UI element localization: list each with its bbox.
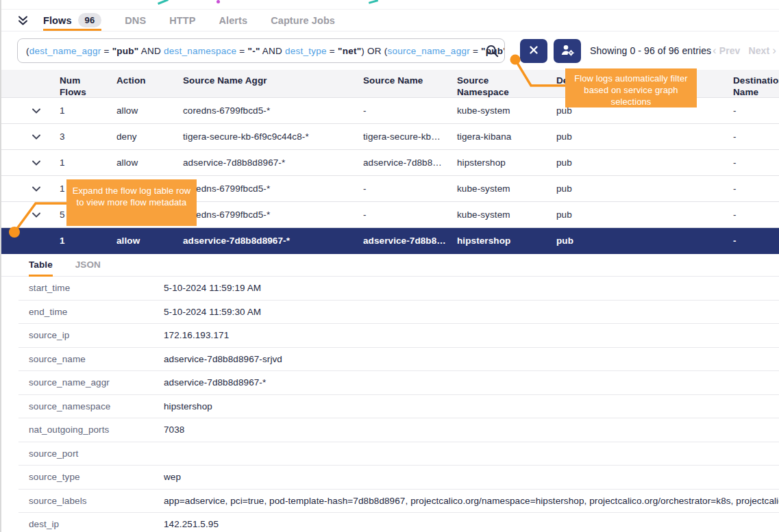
- query-segment: AND: [260, 46, 286, 56]
- flow-cell: adservice-7d8b8d8967-*: [181, 157, 361, 168]
- detail-key: dest_ip: [29, 519, 164, 529]
- tab-http[interactable]: HTTP: [169, 10, 195, 31]
- prev-page-button[interactable]: ‹Prev: [713, 45, 741, 56]
- flow-cell: coredns-6799fbcd5-*: [181, 105, 361, 116]
- flow-cell: -: [361, 105, 455, 116]
- user-settings-button[interactable]: [554, 39, 581, 63]
- tab-dns[interactable]: DNS: [125, 10, 146, 31]
- top-edge-strip: [1, 0, 779, 10]
- detail-tab-bar: TableJSON: [1, 254, 779, 277]
- pagination: ‹Prev Next›: [713, 45, 776, 56]
- detail-value: wep: [164, 472, 779, 482]
- flow-cell: 1: [56, 105, 114, 116]
- query-segment: dest_type: [285, 46, 327, 56]
- detail-value: 172.16.193.171: [164, 330, 779, 340]
- row-expander[interactable]: [1, 186, 56, 192]
- detail-key: nat_outgoing_ports: [29, 425, 164, 435]
- flow-cell: -: [361, 210, 455, 220]
- flow-cell: pub: [554, 157, 731, 168]
- filter-toolbar: (dest_name_aggr = "pub" AND dest_namespa…: [1, 31, 779, 70]
- log-type-tab-bar: Flows96DNSHTTPAlertsCapture Jobs: [1, 10, 779, 31]
- detail-row: end_time5-10-2024 11:59:30 AM: [18, 301, 779, 325]
- column-header-label: Source Name Aggr: [183, 75, 267, 86]
- detail-key: end_time: [29, 307, 164, 317]
- tab-alerts[interactable]: Alerts: [219, 10, 247, 31]
- detail-key: source_type: [29, 472, 164, 482]
- row-expander[interactable]: [1, 212, 56, 218]
- flow-cell: deny: [114, 131, 181, 142]
- row-expander[interactable]: [1, 160, 56, 166]
- tab-flows[interactable]: Flows96: [43, 10, 101, 31]
- flow-cell: tigera-kibana: [455, 131, 554, 142]
- flow-cell: -: [731, 210, 779, 220]
- detail-key: source_name_aggr: [29, 377, 164, 388]
- flow-cell: allow: [114, 157, 181, 168]
- clear-filter-button[interactable]: [520, 39, 547, 63]
- flow-cell: pub: [554, 131, 731, 142]
- tab-label: Flows: [43, 15, 72, 26]
- detail-tab-table[interactable]: Table: [29, 259, 53, 277]
- flow-cell: coredns-6799fbcd5-*: [181, 210, 361, 220]
- flow-cell: -: [731, 105, 779, 116]
- tooltip-service-graph-filter: Flow logs automatically filter based on …: [565, 68, 697, 107]
- tab-label: Alerts: [219, 15, 247, 26]
- chevron-right-icon: ›: [772, 46, 776, 55]
- user-gear-icon: [560, 43, 576, 59]
- flow-cell: hipstershop: [455, 236, 554, 246]
- column-header: Num Flows: [56, 75, 114, 98]
- row-expander[interactable]: [1, 108, 56, 114]
- flow-cell: hipstershop: [455, 157, 554, 168]
- chevron-down-icon: [32, 134, 40, 140]
- flow-cell: pub: [554, 236, 731, 246]
- flow-cell: -: [731, 236, 779, 246]
- flow-cell: kube-system: [455, 105, 554, 116]
- flow-table-body: 1allowcoredns-6799fbcd5-*-kube-systempub…: [1, 98, 779, 254]
- next-page-button[interactable]: Next›: [748, 45, 776, 56]
- detail-value: 7038: [164, 425, 779, 435]
- query-segment: "net": [338, 46, 361, 56]
- detail-row: source_nameadservice-7d8b8d8967-srjvd: [18, 348, 779, 372]
- tab-label: Capture Jobs: [271, 15, 335, 26]
- search-icon[interactable]: [485, 44, 499, 61]
- chevron-down-icon: [32, 108, 40, 114]
- row-expander[interactable]: [1, 134, 56, 140]
- detail-value: 5-10-2024 11:59:30 AM: [164, 307, 779, 317]
- query-segment: =: [470, 46, 481, 56]
- detail-key: source_labels: [29, 496, 164, 506]
- chevron-left-icon: ‹: [713, 46, 717, 55]
- flow-cell: coredns-6799fbcd5-*: [181, 183, 361, 194]
- column-header: Action: [114, 75, 181, 86]
- tab-capture-jobs[interactable]: Capture Jobs: [271, 10, 335, 31]
- flow-cell: adservice-7d8b8d8967-*: [181, 236, 361, 246]
- query-segment: ) OR (: [361, 46, 387, 56]
- flow-cell: kube-system: [455, 210, 554, 220]
- chevron-down-icon: [32, 160, 40, 166]
- flow-table-row[interactable]: 1allowadservice-7d8b8d8967-*adservice-7d…: [1, 228, 779, 254]
- query-segment: AND: [139, 46, 164, 56]
- flow-cell: pub: [554, 183, 731, 194]
- next-label: Next: [748, 45, 769, 56]
- column-header: Source Namespace: [455, 75, 554, 98]
- column-header-label: Source Namespace: [457, 75, 519, 98]
- column-header-label: Destination Name: [733, 75, 779, 98]
- top-edge-artifact: [217, 0, 220, 3]
- detail-value: app=adservice, pci=true, pod-template-ha…: [164, 496, 779, 506]
- flow-cell: 1: [56, 236, 114, 246]
- flow-cell: 3: [56, 131, 114, 142]
- detail-tab-json[interactable]: JSON: [75, 259, 101, 277]
- detail-row: source_typewep: [18, 466, 779, 490]
- detail-value: 5-10-2024 11:59:19 AM: [164, 283, 779, 293]
- flow-cell: adservice-7d8b8…: [361, 157, 455, 168]
- top-edge-artifact: [158, 0, 169, 5]
- header-expander-spacer: [1, 75, 56, 77]
- flow-table-row[interactable]: 1allowadservice-7d8b8d8967-*adservice-7d…: [1, 150, 779, 176]
- detail-key: source_port: [29, 448, 164, 459]
- column-header: Source Name: [361, 75, 455, 86]
- detail-value: adservice-7d8b8d8967-srjvd: [164, 354, 779, 364]
- tab-label: DNS: [125, 15, 146, 26]
- flow-table-row[interactable]: 3denytigera-secure-kb-6f9c9c44c8-*tigera…: [1, 124, 779, 150]
- flow-cell: -: [731, 183, 779, 194]
- query-text: (dest_name_aggr = "pub" AND dest_namespa…: [18, 46, 504, 56]
- filter-query-input[interactable]: (dest_name_aggr = "pub" AND dest_namespa…: [17, 38, 505, 63]
- collapse-panel-icon[interactable]: [17, 15, 29, 26]
